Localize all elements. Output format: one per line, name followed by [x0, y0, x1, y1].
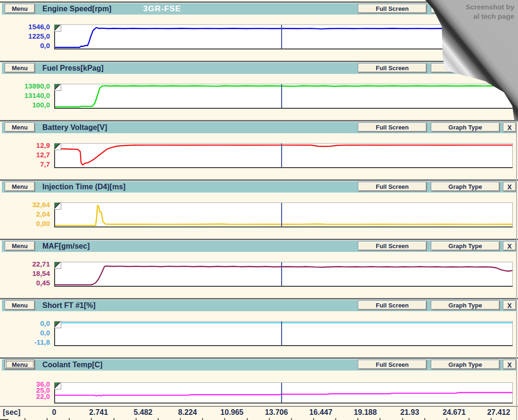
- close-button[interactable]: X: [503, 360, 516, 369]
- y-axis-max-label: 22,71: [0, 260, 50, 268]
- time-minor-tick: [47, 418, 48, 420]
- full-screen-button[interactable]: Full Screen: [358, 241, 427, 250]
- time-tick-label: 24.671: [443, 408, 466, 417]
- menu-button[interactable]: Menu: [5, 360, 35, 369]
- menu-button[interactable]: Menu: [5, 122, 35, 132]
- time-minor-tick: [335, 418, 336, 420]
- plot-area[interactable]: [54, 321, 513, 346]
- time-tick-label: 19.188: [354, 408, 377, 417]
- time-cursor-line[interactable]: [281, 144, 282, 167]
- signal-trace: [55, 383, 512, 403]
- y-axis-max-label: 1546,0: [0, 23, 50, 31]
- time-cursor-line[interactable]: [281, 322, 282, 345]
- plot-area[interactable]: [54, 202, 513, 227]
- menu-button[interactable]: Menu: [5, 182, 35, 191]
- graph-panel-maf: Menu MAF[gm/sec] Full Screen Graph Type …: [0, 237, 518, 297]
- time-minor-tick: [269, 418, 270, 420]
- graph-panel-stack: Menu Engine Speed[rpm] 3GR-FSE Full Scre…: [0, 0, 518, 406]
- diagnostic-graph-window: Menu Engine Speed[rpm] 3GR-FSE Full Scre…: [0, 0, 518, 420]
- panel-title: Battery Voltage[V]: [42, 122, 107, 133]
- time-minor-tick: [113, 418, 114, 420]
- graph-type-button[interactable]: Graph Type: [431, 300, 500, 310]
- menu-button[interactable]: Menu: [5, 63, 35, 73]
- plot-corner-marker-icon: [54, 202, 61, 210]
- panel-header: Menu Coolant Temp[C] Full Screen Graph T…: [2, 359, 517, 371]
- signal-trace: [55, 262, 512, 286]
- menu-button[interactable]: Menu: [5, 4, 35, 13]
- time-cursor-line[interactable]: [281, 383, 282, 403]
- close-button[interactable]: X: [503, 300, 516, 310]
- menu-button[interactable]: Menu: [5, 300, 35, 310]
- time-minor-tick: [357, 418, 358, 420]
- y-axis-min-label: 22,0: [0, 393, 50, 400]
- time-minor-tick: [491, 418, 492, 420]
- plot-corner-marker-icon: [54, 143, 61, 150]
- time-tick-label: 2.741: [89, 408, 108, 417]
- time-tick-label: 13.706: [265, 408, 288, 417]
- time-minor-tick: [158, 418, 159, 420]
- y-axis-min-label: -11,8: [0, 339, 50, 346]
- full-screen-button[interactable]: Full Screen: [358, 4, 427, 13]
- y-axis-max-label: 0,0: [0, 320, 50, 327]
- full-screen-button[interactable]: Full Screen: [358, 63, 427, 73]
- time-minor-tick: [446, 418, 447, 420]
- watermark: Screenshot by al tech page: [466, 2, 514, 21]
- graph-type-button[interactable]: Graph Type: [431, 122, 500, 132]
- plot-area[interactable]: [54, 262, 513, 287]
- graph-panel-injection-time-d4-: Menu Injection Time (D4)[ms] Full Screen…: [0, 178, 518, 237]
- full-screen-button[interactable]: Full Screen: [358, 300, 427, 310]
- y-axis-cursor-value-label: 13140,0: [0, 92, 50, 99]
- time-minor-tick: [136, 418, 137, 420]
- watermark-line2: al tech page: [466, 12, 514, 21]
- close-button[interactable]: X: [503, 241, 516, 250]
- time-tick-label: 5.482: [134, 408, 153, 417]
- plot-corner-marker-icon: [54, 321, 61, 328]
- time-minor-tick: [291, 418, 292, 420]
- panel-title: Injection Time (D4)[ms]: [42, 181, 126, 193]
- time-cursor-line[interactable]: [281, 84, 282, 108]
- plot-area[interactable]: [54, 382, 513, 404]
- graph-panel-coolant-temp: Menu Coolant Temp[C] Full Screen Graph T…: [0, 356, 518, 406]
- time-cursor-line[interactable]: [281, 203, 282, 226]
- close-button[interactable]: X: [503, 182, 516, 191]
- graph-panel-short-ft-1: Menu Short FT #1[%] Full Screen Graph Ty…: [0, 297, 518, 356]
- plot-area[interactable]: [54, 143, 513, 168]
- menu-button[interactable]: Menu: [5, 241, 35, 250]
- time-minor-tick: [380, 418, 380, 420]
- time-minor-tick: [91, 418, 92, 420]
- time-minor-tick: [224, 418, 225, 420]
- panel-header: Menu Short FT #1[%] Full Screen Graph Ty…: [2, 300, 517, 312]
- time-minor-tick: [180, 418, 181, 420]
- plot-corner-marker-icon: [54, 24, 61, 32]
- graph-type-button[interactable]: Graph Type: [431, 241, 500, 250]
- time-cursor-line[interactable]: [281, 262, 282, 286]
- time-minor-tick: [247, 418, 248, 420]
- plot-area[interactable]: [54, 84, 513, 109]
- plot-corner-marker-icon: [54, 382, 61, 389]
- time-minor-tick: [69, 418, 70, 420]
- graph-type-button[interactable]: Graph Type: [431, 360, 500, 369]
- plot-corner-marker-icon: [54, 84, 61, 91]
- time-cursor-line[interactable]: [281, 25, 282, 48]
- time-minor-tick: [424, 418, 425, 420]
- panel-title: Fuel Press[kPag]: [42, 63, 104, 74]
- signal-trace: [55, 203, 512, 226]
- y-axis-max-label: 32,64: [0, 201, 50, 209]
- panel-title: Engine Speed[rpm]: [42, 3, 112, 15]
- y-axis-min-label: 0,45: [0, 279, 50, 287]
- y-axis-max-label: 13890,0: [0, 82, 50, 90]
- panel-header: Menu MAF[gm/sec] Full Screen Graph Type …: [2, 241, 517, 252]
- panel-title: Short FT #1[%]: [42, 300, 96, 311]
- engine-model-label: 3GR-FSE: [143, 3, 181, 15]
- watermark-line1: Screenshot by: [466, 2, 514, 12]
- graph-type-button[interactable]: Graph Type: [431, 182, 500, 191]
- time-tick-label: 10.965: [220, 408, 243, 417]
- y-axis-max-label: 12,9: [0, 142, 50, 149]
- close-button[interactable]: X: [503, 122, 516, 132]
- time-minor-tick: [402, 418, 403, 420]
- signal-trace: [55, 322, 512, 345]
- full-screen-button[interactable]: Full Screen: [358, 182, 427, 191]
- graph-panel-battery-voltage: Menu Battery Voltage[V] Full Screen Grap…: [0, 119, 518, 178]
- full-screen-button[interactable]: Full Screen: [358, 360, 427, 369]
- full-screen-button[interactable]: Full Screen: [358, 122, 427, 132]
